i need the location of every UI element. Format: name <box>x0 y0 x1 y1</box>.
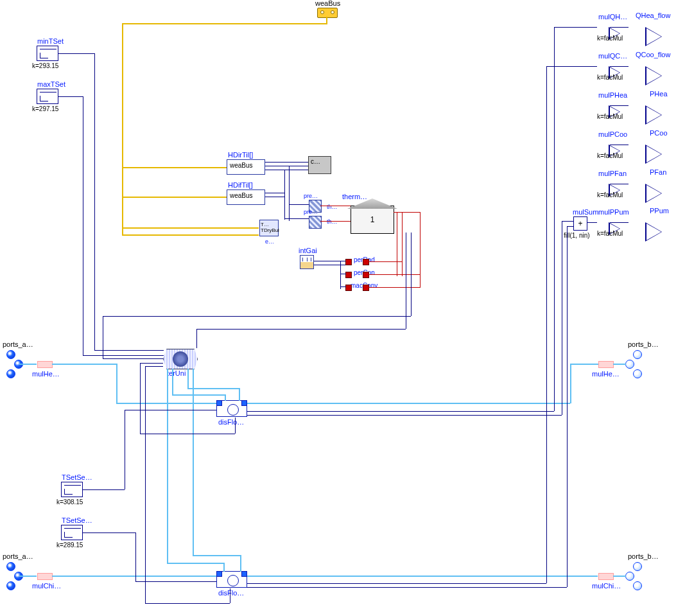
wire <box>193 555 240 556</box>
mulHeaOut-label: mulHe… <box>592 370 620 378</box>
intGai-label: intGai <box>299 247 317 254</box>
wire <box>145 366 146 603</box>
weaBus-connector[interactable] <box>317 8 338 18</box>
wire <box>340 274 346 274</box>
port-b3[interactable] <box>633 369 642 378</box>
mulPFan-label: mulPFan <box>598 170 627 177</box>
HDifTil-text: weaBus <box>230 192 253 199</box>
ports_b_top-label: ports_b… <box>628 340 659 348</box>
TSetSeCoo-block[interactable] <box>61 525 83 540</box>
wire <box>289 166 290 221</box>
QCoo_flow-label: QCoo_flow <box>636 51 670 58</box>
wire <box>265 162 308 163</box>
wire <box>122 234 259 236</box>
wire <box>247 403 570 404</box>
PFan-port[interactable] <box>645 184 662 203</box>
wire <box>326 17 327 23</box>
pre1-label: pre… <box>304 193 318 199</box>
terUni-label: terUni <box>167 369 186 377</box>
wire <box>196 329 197 348</box>
wire <box>103 358 163 359</box>
terUni-fan-icon <box>173 351 188 367</box>
c-block[interactable]: c… <box>308 156 331 174</box>
HDifTil-box[interactable]: weaBus <box>227 189 265 205</box>
wire <box>369 261 402 262</box>
canvas: { "weaBus": {"label": "weaBus"}, "minTSe… <box>0 0 685 616</box>
mulSum-block[interactable]: + <box>573 216 587 231</box>
wire <box>167 369 168 563</box>
port-a4[interactable] <box>6 562 15 571</box>
port-b2[interactable] <box>625 360 634 369</box>
wire <box>52 576 216 577</box>
mulPCoo-label: mulPCoo <box>598 130 627 138</box>
PHea-port[interactable] <box>645 105 662 125</box>
minTSet-k: k=293.15 <box>32 62 58 69</box>
ports_a_bot-label: ports_a… <box>3 552 33 560</box>
wire <box>19 576 37 577</box>
terUni[interactable] <box>163 349 198 369</box>
wire <box>187 369 189 388</box>
wire <box>187 388 239 389</box>
QHea_flow-port[interactable] <box>645 27 662 46</box>
QCoo_flow-port[interactable] <box>645 66 662 85</box>
port-b4[interactable] <box>633 562 642 571</box>
port-b1[interactable] <box>633 350 642 359</box>
mulPCoo-k: k=facMul <box>597 152 623 159</box>
mulQH-label: mulQH… <box>598 13 627 21</box>
wire <box>320 206 351 206</box>
PCoo-port[interactable] <box>645 145 662 164</box>
disFloHea-label: disFlo… <box>218 418 244 426</box>
wire <box>135 532 136 581</box>
port-b6[interactable] <box>633 581 642 590</box>
wire <box>247 583 546 584</box>
maxTSet-label: maxTSet <box>37 80 65 88</box>
wire <box>610 184 629 184</box>
wire <box>247 587 567 588</box>
port-b5[interactable] <box>625 572 634 581</box>
wire <box>103 316 103 358</box>
wire <box>570 364 598 365</box>
macConv-port[interactable] <box>345 285 352 291</box>
maxTSet-block[interactable] <box>37 89 58 104</box>
mulHeaIn[interactable] <box>37 361 53 368</box>
wire <box>83 532 135 533</box>
port-a6[interactable] <box>6 581 15 590</box>
hatch-2[interactable] <box>309 216 322 229</box>
perCon-port[interactable] <box>345 272 352 278</box>
HDifTil-label: HDifTil[] <box>228 181 253 189</box>
ports_b_bot-label: ports_b… <box>628 552 659 560</box>
disFloHea[interactable] <box>216 400 247 417</box>
mulHeaOut[interactable] <box>598 361 614 368</box>
mulChiOut[interactable] <box>598 573 614 580</box>
tdrybul-t2: TDryBul <box>261 227 279 233</box>
wire <box>58 53 94 54</box>
perRad-port[interactable] <box>345 259 352 265</box>
disFloCoo-label: disFlo… <box>218 589 244 597</box>
PPum-port[interactable] <box>645 222 662 242</box>
wire <box>562 221 573 222</box>
TSetSeHea-k: k=308.15 <box>56 498 83 506</box>
mulPPum-k: k=facMul <box>597 230 623 237</box>
perCon-port-r[interactable] <box>363 272 369 278</box>
wire <box>140 363 163 364</box>
port-a1[interactable] <box>6 350 15 359</box>
wire <box>546 66 597 67</box>
HDirTil-box[interactable]: weaBus <box>227 159 265 175</box>
port-a3[interactable] <box>6 369 15 378</box>
pre2-label: pre… <box>304 209 318 215</box>
macConv-port-r[interactable] <box>363 285 369 291</box>
tdrybul-t1: T… <box>261 222 269 227</box>
PHea-label: PHea <box>650 90 668 98</box>
intGai-block[interactable] <box>300 255 314 269</box>
TSetSeHea-block[interactable] <box>61 482 83 497</box>
minTSet-block[interactable] <box>37 46 58 61</box>
zone-block[interactable]: 1 <box>351 206 394 234</box>
wire <box>83 355 164 356</box>
wire <box>265 170 308 170</box>
perRad-port-r[interactable] <box>363 259 369 265</box>
wire <box>172 394 225 396</box>
wire <box>265 166 308 166</box>
mulChiIn[interactable] <box>37 573 53 580</box>
wire <box>284 170 285 220</box>
disFloCoo[interactable] <box>216 571 247 588</box>
